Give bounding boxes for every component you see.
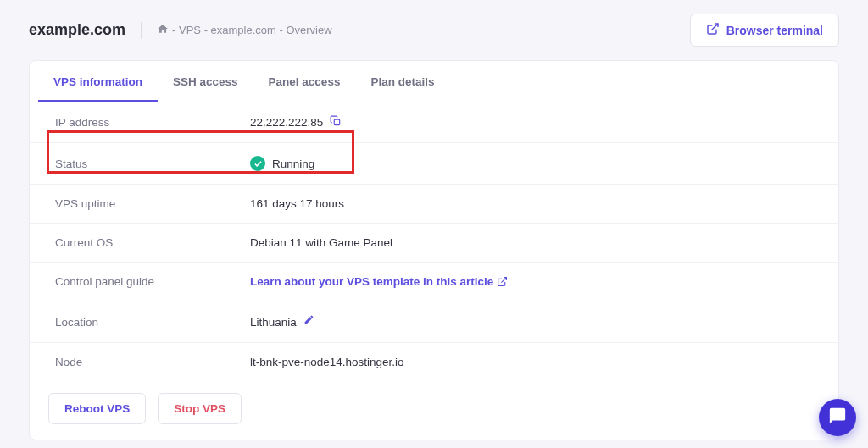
page-header: example.com - VPS - example.com - Overvi… [0, 0, 868, 60]
tabs: VPS information SSH access Panel access … [30, 61, 838, 102]
vps-card: VPS information SSH access Panel access … [29, 60, 839, 440]
guide-label: Control panel guide [55, 275, 250, 288]
chat-widget-button[interactable] [819, 399, 856, 436]
ip-label: IP address [55, 116, 250, 129]
location-label: Location [55, 316, 250, 329]
status-check-icon [250, 156, 265, 171]
svg-line-2 [502, 278, 507, 283]
svg-rect-1 [335, 119, 340, 124]
header-left: example.com - VPS - example.com - Overvi… [29, 21, 332, 39]
row-node: Node lt-bnk-pve-node14.hostinger.io [30, 343, 838, 381]
node-label: Node [55, 356, 250, 368]
ip-value-wrap: 22.222.222.85 [250, 115, 342, 130]
guide-link[interactable]: Learn about your VPS template in this ar… [250, 275, 508, 288]
browser-terminal-label: Browser terminal [726, 24, 823, 37]
copy-icon[interactable] [330, 115, 342, 130]
uptime-label: VPS uptime [55, 197, 250, 210]
info-list: IP address 22.222.222.85 Status Running … [30, 102, 838, 381]
uptime-value: 161 days 17 hours [250, 197, 344, 210]
breadcrumb-text: - VPS - example.com - Overview [172, 24, 332, 36]
tab-vps-information[interactable]: VPS information [38, 61, 158, 102]
header-divider [141, 22, 142, 39]
row-status: Status Running [30, 143, 838, 185]
chat-icon [828, 407, 847, 429]
node-value: lt-bnk-pve-node14.hostinger.io [250, 356, 404, 368]
stop-vps-button[interactable]: Stop VPS [158, 393, 242, 424]
tab-ssh-access[interactable]: SSH access [158, 61, 253, 102]
row-guide: Control panel guide Learn about your VPS… [30, 263, 838, 301]
breadcrumb[interactable]: - VPS - example.com - Overview [157, 23, 332, 37]
row-location: Location Lithuania [30, 301, 838, 343]
os-value: Debian 11 with Game Panel [250, 236, 392, 249]
svg-line-0 [711, 24, 717, 30]
location-value-wrap: Lithuania [250, 314, 314, 329]
external-link-icon [497, 276, 508, 287]
external-link-icon [706, 22, 720, 38]
guide-value-wrap: Learn about your VPS template in this ar… [250, 275, 508, 288]
home-icon [157, 23, 169, 37]
status-value-wrap: Running [250, 156, 314, 171]
ip-value: 22.222.222.85 [250, 116, 323, 129]
edit-location-icon[interactable] [303, 314, 314, 329]
row-ip-address: IP address 22.222.222.85 [30, 102, 838, 143]
browser-terminal-button[interactable]: Browser terminal [690, 14, 839, 47]
tab-plan-details[interactable]: Plan details [355, 61, 449, 102]
os-label: Current OS [55, 236, 250, 249]
tab-panel-access[interactable]: Panel access [253, 61, 356, 102]
page-title: example.com [29, 21, 125, 39]
reboot-vps-button[interactable]: Reboot VPS [48, 393, 146, 424]
guide-link-text: Learn about your VPS template in this ar… [250, 275, 493, 288]
row-uptime: VPS uptime 161 days 17 hours [30, 185, 838, 224]
row-os: Current OS Debian 11 with Game Panel [30, 224, 838, 263]
location-value: Lithuania [250, 316, 297, 329]
status-value: Running [272, 158, 314, 170]
status-label: Status [55, 158, 250, 170]
action-bar: Reboot VPS Stop VPS [30, 381, 838, 440]
